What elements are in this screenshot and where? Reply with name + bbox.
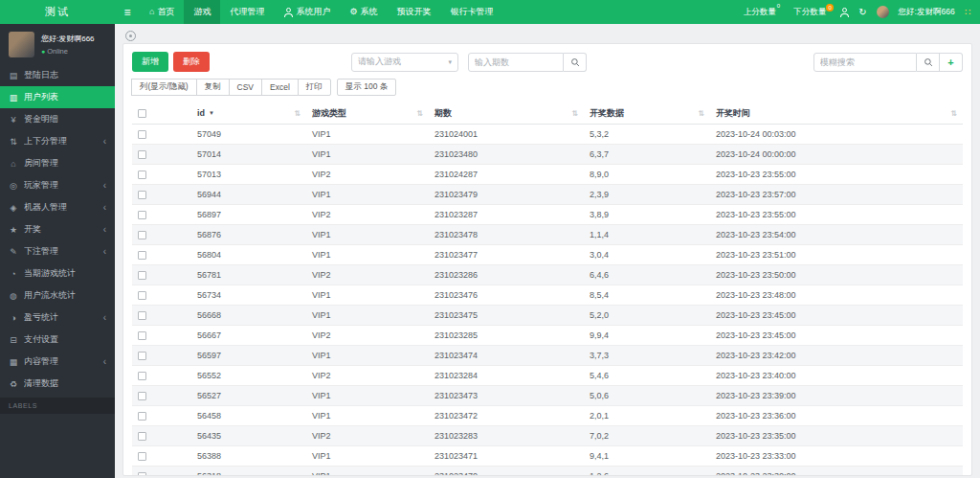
sort-icon[interactable]: ⇅ [950,109,957,118]
table-control-button[interactable]: Excel [261,79,299,96]
row-checkbox[interactable] [138,412,146,421]
table-control-button[interactable]: CSV [229,79,262,96]
table-row[interactable]: 56897 VIP2 231023287 3,8,9 2023-10-23 23… [132,204,963,224]
table-control-button[interactable]: 列(显示/隐藏) [131,79,197,96]
nav-item-system-users[interactable]: 系统用户 [274,0,340,24]
table-row[interactable]: 56944 VIP1 231023479 2,3,9 2023-10-23 23… [132,184,963,204]
delete-button[interactable]: 删除 [173,52,210,72]
sidebar-item[interactable]: ◎ 玩家管理 ‹ [0,174,115,196]
table-row[interactable]: 56527 VIP1 231023473 5,0,6 2023-10-23 23… [132,385,963,405]
sort-icon[interactable]: ⇅ [698,109,704,118]
page-length-button[interactable]: 显示 100 条 [337,79,396,96]
table-row[interactable]: 56458 VIP1 231023472 2,0,1 2023-10-23 23… [132,405,963,425]
row-checkbox[interactable] [138,150,146,159]
nav-item-home[interactable]: ⌂ 首页 [140,0,184,24]
user-icon[interactable] [839,8,849,17]
search-button[interactable] [564,53,587,72]
sidebar-item[interactable]: ⌂ 房间管理 [0,152,115,174]
select-all-checkbox[interactable] [138,109,146,118]
sidebar-item[interactable]: ⇅ 上下分管理 ‹ [0,130,115,152]
sort-icon[interactable]: ⇅ [294,109,301,118]
row-checkbox[interactable] [138,191,146,199]
table-control-button[interactable]: 复制 [196,79,230,96]
sidebar-item[interactable]: ▥ 用户列表 [0,86,115,108]
navbar-avatar[interactable] [877,6,889,18]
add-filter-button[interactable]: + [940,53,963,72]
row-checkbox[interactable] [138,171,146,179]
table-row[interactable]: 56388 VIP1 231023471 9,4,1 2023-10-23 23… [132,445,963,466]
fuzzy-search-button[interactable] [917,53,940,72]
table-row[interactable]: 57014 VIP1 231023480 6,3,7 2023-10-24 00… [132,144,963,164]
sidebar-item-label: 资金明细 [24,113,58,125]
refresh-icon[interactable]: ↻ [858,7,866,17]
row-checkbox[interactable] [138,452,146,461]
column-header-draw-time[interactable]: 开奖时间 ⇅ [710,103,963,124]
table-row[interactable]: 56804 VIP1 231023477 3,0,4 2023-10-23 23… [132,244,963,264]
up-score-link[interactable]: 上分数量0 [744,6,784,18]
table-row[interactable]: 57013 VIP2 231024287 8,9,0 2023-10-23 23… [132,164,963,184]
hamburger-menu-icon[interactable]: ≡ [115,0,140,24]
nav-item-bank-cards[interactable]: 银行卡管理 [441,0,503,24]
cell-game-type: VIP1 [306,144,429,164]
settings-dots-icon[interactable]: ∷ [965,7,970,17]
add-button[interactable]: 新增 [132,52,168,72]
table-row[interactable]: 56435 VIP2 231023283 7,0,2 2023-10-23 23… [132,425,963,445]
table-row[interactable]: 56597 VIP1 231023474 3,7,3 2023-10-23 23… [132,345,963,365]
sidebar-item[interactable]: ◍ 用户流水统计 [0,285,115,307]
table-row[interactable]: 56668 VIP1 231023475 5,2,0 2023-10-23 23… [132,305,963,325]
cell-draw-data: 8,5,4 [584,285,710,305]
column-header-game-type[interactable]: 游戏类型 ⇅ [306,103,429,124]
game-select[interactable]: 请输入游戏 ▾ [351,53,458,72]
table-row[interactable]: 56876 VIP1 231023478 1,1,4 2023-10-23 23… [132,224,963,244]
cell-period: 231023287 [429,204,584,224]
column-header-period[interactable]: 期数 ⇅ [429,103,584,124]
period-input[interactable] [468,53,564,72]
sidebar-item[interactable]: ▦ 内容管理 ‹ [0,351,115,373]
sort-icon[interactable]: ⇅ [571,109,578,118]
table-row[interactable]: 56552 VIP2 231023284 5,4,6 2023-10-23 23… [132,365,963,385]
fuzzy-search-input[interactable] [813,53,917,72]
table-row[interactable]: 56781 VIP2 231023286 6,4,6 2023-10-23 23… [132,264,963,285]
table-row[interactable]: 56734 VIP1 231023476 8,5,4 2023-10-23 23… [132,285,963,305]
row-checkbox[interactable] [138,231,146,239]
brand-logo[interactable]: 测试 [0,0,115,24]
row-checkbox[interactable] [138,291,146,300]
row-checkbox[interactable] [138,432,146,441]
column-header-id[interactable]: id ▼ ⇅ [191,103,306,124]
row-checkbox[interactable] [138,372,146,380]
sidebar-item[interactable]: ♻ 清理数据 [0,373,115,395]
row-checkbox[interactable] [138,271,146,280]
table-row[interactable]: 56318 VIP1 231023470 1,2,6 2023-10-23 23… [132,466,963,476]
row-checkbox[interactable] [138,392,146,400]
sidebar-item[interactable]: ◈ 机器人管理 ‹ [0,196,115,218]
nav-item-system[interactable]: ⚙ 系统 [340,0,387,24]
navbar-greeting[interactable]: 您好:发财啊666 [899,7,955,18]
sidebar-item[interactable]: ★ 开奖 ‹ [0,218,115,240]
sidebar-item[interactable]: ✎ 下注管理 ‹ [0,240,115,262]
nav-item-agents[interactable]: 代理管理 [220,0,274,24]
sidebar-item[interactable]: ◑ 盈亏统计 ‹ [0,307,115,329]
row-checkbox[interactable] [138,472,146,476]
nav-label: 预设开奖 [397,6,432,18]
row-checkbox[interactable] [138,352,146,360]
sidebar-item[interactable]: ⊟ 支付设置 [0,329,115,351]
row-checkbox[interactable] [138,331,146,340]
table-row[interactable]: 56667 VIP2 231023285 9,9,4 2023-10-23 23… [132,325,963,345]
row-checkbox[interactable] [138,251,146,260]
down-score-link[interactable]: 下分数量 0 [793,7,830,18]
row-checkbox[interactable] [138,311,146,320]
nav-item-games[interactable]: 游戏 [184,0,220,24]
row-checkbox[interactable] [138,130,146,139]
nav-item-preset-draw[interactable]: 预设开奖 [388,0,441,24]
column-header-draw-data[interactable]: 开奖数据 ⇅ [584,103,710,124]
cell-draw-time: 2023-10-23 23:30:00 [710,466,963,476]
row-checkbox[interactable] [138,211,146,219]
table-row[interactable]: 57049 VIP1 231024001 5,3,2 2023-10-24 00… [132,124,963,144]
sidebar-item[interactable]: ¥ 资金明细 [0,108,115,130]
panel-collapse-icon[interactable] [125,31,136,41]
sidebar-profile: 您好:发财啊666 ●Online [0,24,115,64]
sort-icon[interactable]: ⇅ [416,109,423,118]
sidebar-item[interactable]: ◔ 当期游戏统计 [0,262,115,285]
table-control-button[interactable]: 打印 [298,79,331,96]
sidebar-item[interactable]: ▤ 登陆日志 [0,64,115,86]
